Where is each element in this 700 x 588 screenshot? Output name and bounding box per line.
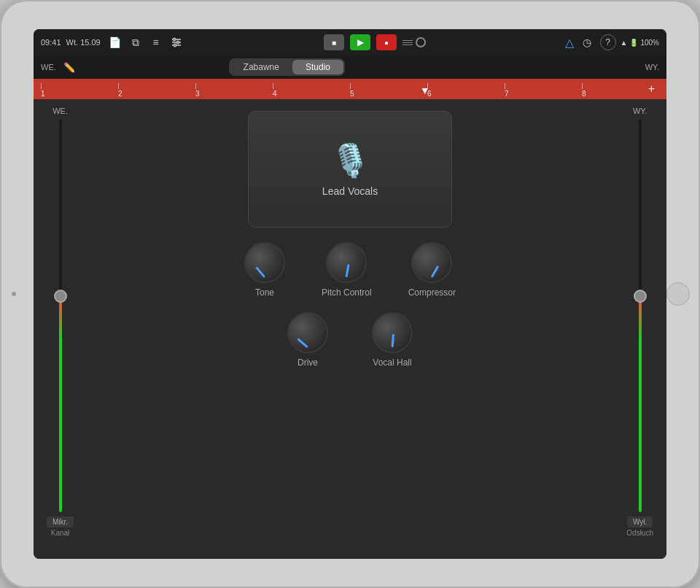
clock-icon[interactable]: ◷ [578, 34, 596, 51]
mixer-icon[interactable] [168, 34, 185, 51]
pitch-control-knob-wrapper: Pitch Control [322, 242, 372, 298]
tone-knob-wrapper: Tone [244, 242, 285, 298]
ruler-mark-2: 2 [118, 83, 195, 99]
input-label: WE. [41, 63, 56, 71]
toolbar2: WE. ✏️ Zabawne Studio WY. [34, 55, 666, 79]
odsluch-label: Odsłuch [626, 529, 653, 537]
pitch-control-knob[interactable] [326, 242, 367, 283]
tab-zabawne[interactable]: Zabawne [230, 60, 292, 74]
tone-label: Tone [255, 287, 274, 298]
output-label: WY. [645, 63, 659, 71]
stop-button[interactable]: ■ [324, 34, 344, 50]
list-icon[interactable]: ≡ [147, 34, 165, 51]
time-display: 09:41 Wt. 15.09 [41, 38, 101, 47]
svg-point-4 [176, 41, 179, 44]
ruler-mark-3: 3 [195, 83, 273, 99]
kanal-label: Kanał [51, 529, 70, 537]
input-slider-track[interactable] [59, 120, 62, 512]
output-slider-track[interactable] [639, 120, 642, 512]
play-button[interactable]: ▶ [350, 34, 370, 50]
knobs-row-1: Tone Pitch Control Compressor [244, 242, 456, 298]
tone-knob[interactable] [244, 242, 285, 283]
vocal-hall-knob[interactable] [372, 312, 413, 353]
input-slider-fill [59, 296, 62, 512]
add-marker-button[interactable]: + [648, 82, 655, 96]
drive-knob[interactable] [287, 312, 328, 353]
main-content: WE. Mikr. Kanał WY. Wył. [34, 99, 666, 559]
triangle-icon[interactable]: △ [565, 36, 574, 50]
playhead[interactable]: ▼ [420, 85, 429, 99]
input-slider-thumb[interactable] [54, 290, 67, 303]
tab-studio[interactable]: Studio [292, 60, 343, 74]
top-bar-center: ■ ▶ ● [190, 34, 561, 50]
timeline-ruler: 1 2 3 4 5 6 7 8 ▼ + [41, 79, 659, 99]
home-button[interactable] [666, 282, 690, 306]
drive-label: Drive [298, 357, 318, 368]
tempo-display[interactable] [402, 37, 426, 47]
input-slider-label: WE. [52, 107, 68, 115]
svg-point-3 [173, 38, 176, 41]
svg-point-5 [174, 44, 176, 47]
ruler-mark-6: 6 [427, 83, 505, 99]
ruler-mark-5: 5 [350, 83, 427, 99]
ruler-marks: 1 2 3 4 5 6 7 8 [41, 79, 659, 99]
output-bottom-controls: Wył. Odsłuch [626, 517, 653, 537]
ipad-screen: 09:41 Wt. 15.09 📄 ⧉ ≡ [34, 29, 666, 559]
layers-icon[interactable]: ⧉ [127, 34, 144, 51]
input-bottom-controls: Mikr. Kanał [47, 517, 74, 537]
output-slider-fill [639, 296, 642, 512]
wifi-icon: ▲ [621, 39, 628, 47]
slider-left: WE. Mikr. Kanał [47, 99, 74, 559]
compressor-knob[interactable] [411, 242, 452, 283]
knobs-row-2: Drive Vocal Hall [287, 312, 413, 368]
battery-label: 100% [640, 39, 659, 47]
ruler-mark-4: 4 [273, 83, 350, 99]
compressor-label: Compressor [408, 287, 456, 298]
new-document-icon[interactable]: 📄 [106, 34, 124, 51]
pitch-control-label: Pitch Control [322, 287, 372, 298]
mic-icon: 🎙️ [330, 142, 370, 179]
compressor-knob-wrapper: Compressor [408, 242, 456, 298]
battery-icon: 🔋 [629, 39, 638, 47]
side-button [12, 292, 16, 296]
output-slider-label: WY. [633, 107, 647, 115]
ruler-mark-7: 7 [505, 83, 582, 99]
slider-right: WY. Wył. Odsłuch [626, 99, 653, 559]
instrument-name: Lead Vocals [322, 185, 378, 197]
drive-knob-wrapper: Drive [287, 312, 328, 368]
top-bar: 09:41 Wt. 15.09 📄 ⧉ ≡ [34, 29, 666, 55]
wyl-button[interactable]: Wył. [627, 517, 653, 527]
output-slider-thumb[interactable] [634, 290, 647, 303]
vocal-hall-knob-wrapper: Vocal Hall [372, 312, 413, 368]
ruler-mark-1: 1 [41, 83, 118, 99]
top-bar-right: △ ◷ ? ▲ 🔋 100% [565, 34, 659, 51]
timeline[interactable]: 1 2 3 4 5 6 7 8 ▼ + [34, 79, 666, 99]
record-button[interactable]: ● [376, 34, 397, 50]
instrument-display[interactable]: 🎙️ Lead Vocals [248, 111, 452, 228]
mikr-button[interactable]: Mikr. [47, 517, 74, 527]
tab-group: Zabawne Studio [229, 58, 345, 76]
top-bar-left: 09:41 Wt. 15.09 📄 ⧉ ≡ [41, 34, 185, 51]
help-icon[interactable]: ? [600, 34, 616, 50]
vocal-hall-label: Vocal Hall [373, 357, 411, 368]
pencil-icon[interactable]: ✏️ [63, 62, 75, 73]
ipad-frame: 09:41 Wt. 15.09 📄 ⧉ ≡ [0, 0, 700, 588]
